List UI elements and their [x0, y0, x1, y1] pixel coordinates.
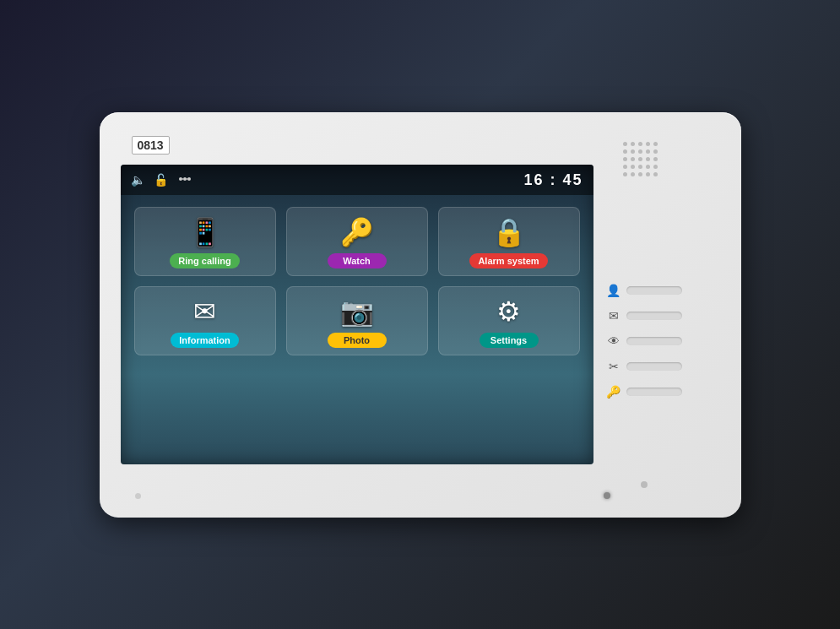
right-panel: 👤 ✉ 👁 ✂ 🔑 — [593, 129, 695, 501]
menu-item-information[interactable]: ✉ Information — [134, 286, 276, 355]
scissors-button-icon: ✂ — [606, 360, 621, 373]
speaker-dot — [623, 149, 627, 154]
speaker-dot — [646, 172, 650, 176]
status-bar: 🔈 🔓 16 : 45 — [121, 165, 593, 195]
speaker-dot — [646, 165, 650, 169]
speaker-dot — [638, 172, 642, 176]
scissors-button-bar[interactable] — [626, 362, 682, 371]
speaker-dot — [631, 157, 635, 161]
photo-icon: 📷 — [340, 296, 374, 328]
network-icon — [176, 173, 193, 187]
side-button-row-person-button: 👤 — [606, 284, 682, 297]
speaker-dot — [653, 149, 658, 154]
side-button-row-key-button: 🔑 — [606, 385, 682, 399]
information-label: Information — [171, 333, 239, 348]
speaker-dot — [638, 142, 642, 146]
eye-button-icon: 👁 — [606, 334, 621, 348]
speaker-dot — [623, 142, 627, 146]
speaker-dot — [631, 172, 635, 176]
menu-item-alarm-system[interactable]: 🔒 Alarm system — [438, 207, 580, 276]
lock-icon: 🔓 — [154, 173, 168, 187]
speaker-dot — [653, 165, 658, 169]
volume-icon: 🔈 — [131, 173, 145, 187]
side-button-row-message-button: ✉ — [606, 309, 682, 323]
watch-icon: 🔑 — [340, 216, 374, 248]
bottom-indicator-dot — [641, 481, 648, 488]
device-label: 0813 — [132, 136, 170, 155]
alarm-system-label: Alarm system — [469, 253, 547, 268]
menu-grid: 📱 Ring calling 🔑 Watch 🔒 Alarm system ✉ … — [121, 195, 593, 367]
watch-label: Watch — [328, 253, 387, 268]
key-button-icon: 🔑 — [606, 385, 621, 399]
settings-icon: ⚙ — [496, 296, 521, 328]
speaker-dot — [623, 165, 627, 169]
speaker-dot — [646, 149, 650, 154]
screen: 🔈 🔓 16 : 45 📱 Ring calli — [121, 165, 593, 464]
speaker-dot — [646, 142, 650, 146]
message-button-icon: ✉ — [606, 309, 621, 323]
device-body: 0813 🔈 🔓 16 — [100, 112, 741, 518]
svg-point-0 — [179, 177, 182, 181]
camera-dot — [604, 492, 610, 499]
speaker-grille — [623, 142, 665, 192]
menu-item-watch[interactable]: 🔑 Watch — [286, 207, 428, 276]
ring-calling-label: Ring calling — [170, 253, 239, 268]
message-button-bar[interactable] — [626, 312, 682, 320]
speaker-dot — [653, 142, 658, 146]
speaker-dot — [623, 157, 627, 161]
speaker-dot — [653, 157, 658, 161]
speaker-dot — [638, 157, 642, 161]
side-button-row-eye-button: 👁 — [606, 334, 682, 348]
settings-label: Settings — [480, 333, 539, 348]
photo-label: Photo — [328, 333, 387, 348]
speaker-dot — [638, 165, 642, 169]
ring-calling-icon: 📱 — [188, 216, 222, 248]
side-button-row-scissors-button: ✂ — [606, 360, 682, 373]
led-dot — [135, 493, 141, 499]
speaker-dot — [653, 172, 658, 176]
svg-point-1 — [183, 177, 187, 181]
menu-item-settings[interactable]: ⚙ Settings — [438, 286, 580, 355]
person-button-icon: 👤 — [606, 284, 621, 297]
svg-point-2 — [187, 177, 191, 181]
speaker-dot — [638, 149, 642, 154]
eye-button-bar[interactable] — [626, 337, 682, 345]
person-button-bar[interactable] — [626, 286, 682, 295]
alarm-system-icon: 🔒 — [492, 216, 526, 248]
side-buttons: 👤 ✉ 👁 ✂ 🔑 — [602, 284, 686, 399]
speaker-dot — [623, 172, 627, 176]
speaker-dot — [631, 165, 635, 169]
speaker-dot — [631, 149, 635, 154]
speaker-dot — [646, 157, 650, 161]
key-button-bar[interactable] — [626, 388, 682, 396]
status-time: 16 : 45 — [523, 171, 583, 189]
status-icons: 🔈 🔓 — [131, 173, 193, 187]
menu-item-ring-calling[interactable]: 📱 Ring calling — [134, 207, 276, 276]
menu-item-photo[interactable]: 📷 Photo — [286, 286, 428, 355]
speaker-dot — [631, 142, 635, 146]
information-icon: ✉ — [193, 296, 216, 328]
